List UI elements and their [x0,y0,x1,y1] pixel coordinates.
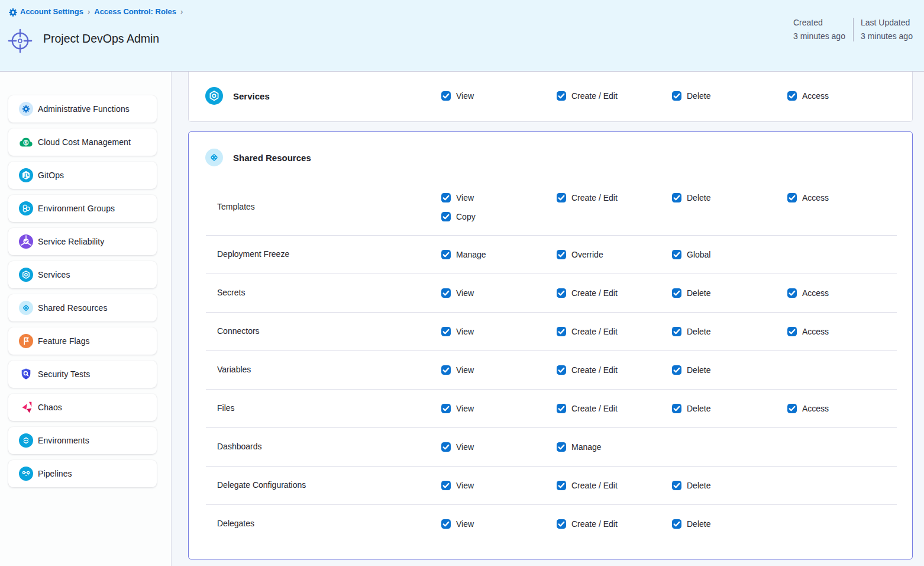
svg-text:$: $ [24,139,28,146]
